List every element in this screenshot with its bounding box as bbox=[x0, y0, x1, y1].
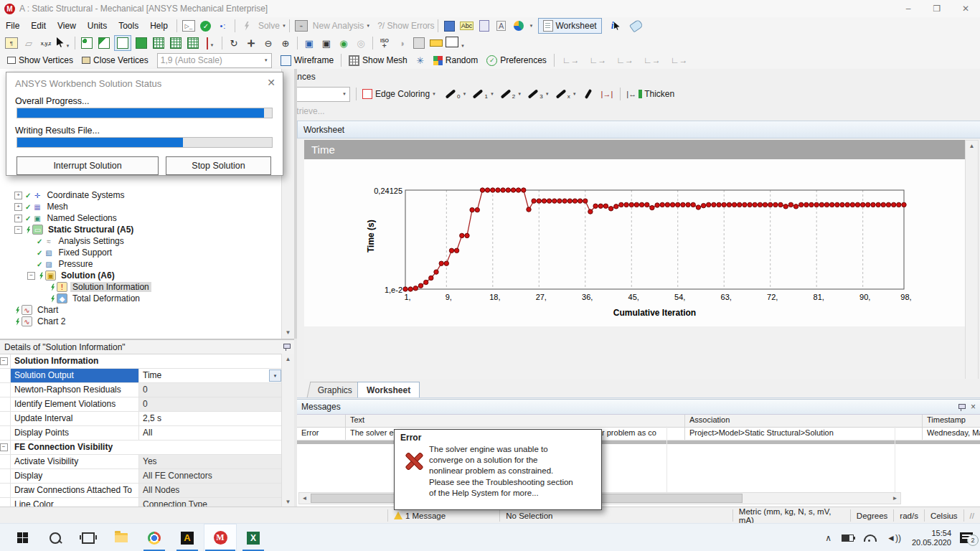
dropdown-arrow-icon[interactable]: ▼ bbox=[269, 369, 281, 382]
select-node-icon[interactable] bbox=[151, 36, 166, 50]
direction-icon[interactable]: |→| bbox=[601, 90, 613, 98]
solve-label[interactable]: Solve bbox=[258, 21, 280, 31]
details-value[interactable]: 2,5 s bbox=[139, 412, 282, 425]
start-button[interactable] bbox=[6, 524, 39, 551]
thicken-arrows-icon[interactable]: |↔ bbox=[626, 90, 636, 98]
collapse-icon[interactable]: − bbox=[0, 357, 8, 365]
show-vertices-button[interactable]: Show Vertices bbox=[3, 53, 77, 67]
details-value[interactable]: Yes bbox=[139, 455, 282, 468]
tree-item[interactable]: ∿Chart 2 bbox=[1, 316, 278, 327]
snap-dots-icon[interactable]: •: bbox=[215, 19, 231, 33]
tree-item[interactable]: ✓▨Pressure bbox=[1, 258, 278, 270]
message-association[interactable]: Project>Model>Static Structural>Solution bbox=[685, 428, 923, 440]
edge-pen-2-icon[interactable]: 2▼ bbox=[500, 87, 522, 101]
details-label[interactable]: Display bbox=[11, 469, 139, 483]
expander-icon[interactable]: + bbox=[14, 203, 22, 211]
iso-view-icon[interactable]: ISO✛ bbox=[377, 36, 392, 50]
messages-close-icon[interactable]: × bbox=[971, 402, 976, 412]
select-edge-icon[interactable] bbox=[96, 36, 112, 50]
select-body-icon[interactable] bbox=[133, 36, 149, 50]
annotation-icon[interactable]: Abc bbox=[459, 19, 475, 33]
units-cell[interactable]: Metric (mm, kg, N, s, mV, mA) bbox=[733, 509, 851, 522]
wifi-icon[interactable] bbox=[864, 534, 877, 542]
messages-pin-icon[interactable] bbox=[958, 403, 965, 411]
new-analysis-icon[interactable]: ⌁ bbox=[293, 19, 309, 33]
battery-icon[interactable] bbox=[842, 534, 854, 542]
tree-item-label[interactable]: Coordinate Systems bbox=[44, 190, 126, 200]
extend-selection-icon[interactable]: ▼ bbox=[202, 36, 218, 50]
column-header-Association[interactable]: Association bbox=[685, 415, 923, 427]
probe-snap-icon[interactable]: ✳ bbox=[413, 53, 428, 67]
box-zoom-icon[interactable]: ▣ bbox=[319, 36, 334, 50]
menu-help[interactable]: Help bbox=[144, 19, 174, 33]
tray-expand-icon[interactable]: ∧ bbox=[825, 533, 831, 543]
selection-information-icon[interactable]: i bbox=[608, 19, 623, 33]
details-pin-icon[interactable] bbox=[283, 343, 290, 351]
solve-dropdown-icon[interactable]: ▼ bbox=[282, 24, 286, 28]
solution-status-icon[interactable]: ✓ bbox=[198, 19, 214, 33]
stop-solution-button[interactable]: Stop Solution bbox=[166, 156, 271, 175]
view-cube-icon[interactable] bbox=[411, 36, 427, 50]
mechanical-app-button[interactable]: M bbox=[204, 524, 237, 551]
details-label[interactable]: Draw Connections Attached To bbox=[11, 484, 139, 497]
axis-triad-icon-5[interactable]: ∟→ bbox=[671, 55, 688, 65]
details-value[interactable]: 0 bbox=[139, 397, 282, 411]
volume-icon[interactable]: ◄)) bbox=[887, 533, 901, 543]
message-severity[interactable]: Error bbox=[297, 428, 346, 440]
tree-item[interactable]: −▭Static Structural (A5) bbox=[1, 224, 278, 235]
worksheet-toggle-button[interactable]: Worksheet bbox=[538, 18, 602, 34]
tree-item[interactable]: −▣Solution (A6) bbox=[1, 270, 278, 281]
command-prompt-icon[interactable]: ▷_ bbox=[181, 19, 197, 33]
tree-item[interactable]: !Solution Information bbox=[1, 281, 278, 293]
details-label[interactable]: Solution Output bbox=[11, 369, 139, 382]
select-element-icon[interactable] bbox=[185, 36, 201, 50]
minimize-button[interactable]: – bbox=[894, 1, 923, 17]
image-capture-icon[interactable] bbox=[511, 19, 527, 33]
label-move-icon[interactable]: ▱ bbox=[21, 36, 37, 50]
angle-unit-cell[interactable]: Degrees bbox=[851, 509, 894, 522]
zoom-out-icon[interactable]: ⊖ bbox=[260, 36, 276, 50]
details-value[interactable]: Time▼ bbox=[139, 369, 282, 382]
taskbar-clock[interactable]: 15:54 20.05.2020 bbox=[912, 529, 951, 547]
details-label[interactable]: Identify Element Violations bbox=[11, 397, 139, 411]
new-analysis-dropdown-icon[interactable]: ▼ bbox=[366, 24, 370, 28]
text-label-icon[interactable]: A bbox=[494, 19, 509, 33]
message-timestamp[interactable]: Wednesday, May 20, 2020 bbox=[923, 428, 980, 440]
tree-item[interactable]: ∿Chart bbox=[1, 304, 278, 316]
random-colors-button[interactable]: Random bbox=[429, 53, 482, 67]
tree-item[interactable]: ◆Total Deformation bbox=[1, 293, 278, 304]
chrome-button[interactable] bbox=[138, 524, 171, 551]
tree-item-label[interactable]: Chart 2 bbox=[35, 316, 67, 326]
select-cursor-icon[interactable]: ▼ bbox=[55, 36, 71, 50]
tree-item[interactable]: +✓✛Coordinate Systems bbox=[1, 189, 278, 201]
box-zoom-blue-icon[interactable]: ▣ bbox=[301, 36, 317, 50]
menu-edit[interactable]: Edit bbox=[25, 19, 52, 33]
edge-pen-3-icon[interactable]: 3▼ bbox=[527, 87, 549, 101]
dialog-close-icon[interactable]: ✕ bbox=[267, 77, 275, 88]
label-probe-icon[interactable]: ¶ bbox=[4, 36, 19, 50]
coordinates-probe-icon[interactable]: x,y,z bbox=[38, 36, 54, 50]
tree-item-label[interactable]: Named Selections bbox=[44, 213, 118, 223]
tree-item-label[interactable]: Solution (A6) bbox=[59, 270, 117, 281]
edge-coloring-dropdown-icon[interactable]: ▼ bbox=[432, 92, 436, 96]
message-count-cell[interactable]: 1 Message bbox=[388, 509, 500, 522]
wireframe-button[interactable]: Wireframe bbox=[276, 53, 338, 67]
thicken-label[interactable]: Thicken bbox=[644, 89, 674, 99]
details-scrollbar[interactable]: ▲ ▼ bbox=[281, 354, 294, 508]
tree-item-label[interactable]: Analysis Settings bbox=[56, 236, 126, 246]
column-header-Text[interactable]: Text bbox=[346, 415, 685, 427]
tab-worksheet[interactable]: Worksheet bbox=[357, 382, 420, 397]
tree-item-label[interactable]: Pressure bbox=[56, 259, 95, 269]
column-header-Timestamp[interactable]: Timestamp bbox=[923, 415, 980, 427]
vertex-scale-combo[interactable]: 1,9 (Auto Scale)▼ bbox=[157, 53, 272, 68]
zoom-in-icon[interactable]: ⊕ bbox=[278, 36, 293, 50]
edge-pen-1-icon[interactable]: 1▼ bbox=[472, 87, 494, 101]
axis-triad-icon-2[interactable]: ∟→ bbox=[590, 55, 607, 65]
tree-item-label[interactable]: Total Deformation bbox=[70, 293, 142, 303]
scroll-left-icon[interactable]: ◄ bbox=[299, 494, 310, 503]
menu-tools[interactable]: Tools bbox=[113, 19, 144, 33]
expander-icon[interactable]: − bbox=[27, 272, 35, 280]
close-vertices-button[interactable]: Close Vertices bbox=[77, 53, 153, 67]
expander-icon[interactable]: + bbox=[14, 192, 22, 199]
axis-triad-icon-4[interactable]: ∟→ bbox=[644, 55, 661, 65]
